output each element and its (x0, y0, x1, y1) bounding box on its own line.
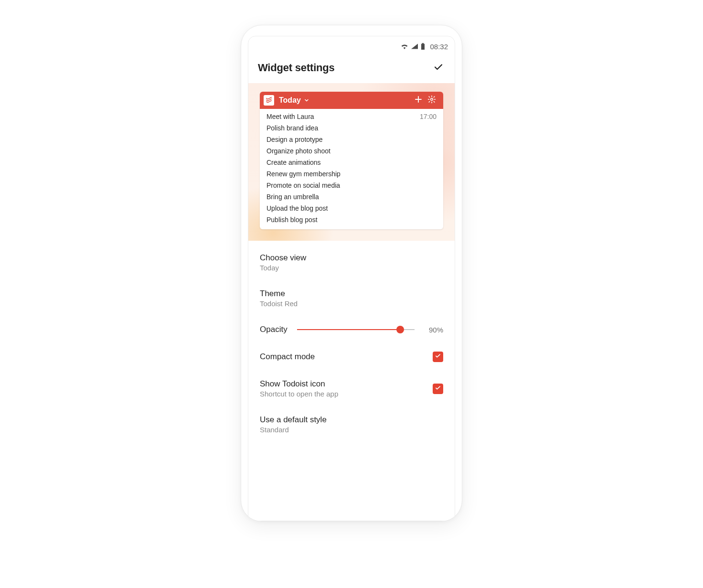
widget-view-selector[interactable]: Today (279, 96, 301, 105)
task-row[interactable]: Polish brand idea (260, 122, 443, 134)
task-title: Design a prototype (266, 136, 323, 143)
widget-preview: Today (248, 83, 455, 241)
check-icon (435, 385, 441, 393)
task-row[interactable]: Renew gym membership (260, 168, 443, 180)
svg-rect-0 (421, 44, 425, 50)
task-row[interactable]: Promote on social media (260, 180, 443, 191)
setting-value: Todoist Red (260, 299, 298, 308)
task-row[interactable]: Meet with Laura17:00 (260, 111, 443, 122)
status-bar: 08:32 (248, 40, 455, 53)
setting-label: Use a default style (260, 415, 327, 425)
svg-point-2 (431, 98, 433, 101)
task-row[interactable]: Bring an umbrella (260, 191, 443, 203)
choose-view-setting[interactable]: Choose view Today (248, 245, 455, 280)
task-title: Promote on social media (266, 182, 340, 189)
task-title: Organize photo shoot (266, 147, 330, 155)
default-style-setting[interactable]: Use a default style Standard (248, 406, 455, 442)
setting-value: Standard (260, 426, 327, 434)
add-task-button[interactable] (412, 94, 425, 107)
setting-sub: Shortcut to open the app (260, 390, 338, 398)
show-icon-checkbox[interactable] (433, 384, 443, 394)
page-title: Widget settings (258, 62, 335, 74)
todoist-widget: Today (260, 92, 443, 229)
check-icon (435, 353, 441, 361)
task-row[interactable]: Upload the blog post (260, 203, 443, 214)
widget-header: Today (260, 92, 443, 109)
phone-screen: 08:32 Widget settings Today (248, 36, 455, 521)
gear-icon (427, 95, 436, 106)
phone-frame: 08:32 Widget settings Today (241, 25, 462, 522)
setting-label: Theme (260, 289, 298, 299)
task-title: Polish brand idea (266, 124, 318, 132)
status-time: 08:32 (430, 43, 448, 51)
wifi-icon (401, 43, 408, 49)
setting-value: Today (260, 264, 306, 272)
setting-label: Opacity (260, 325, 288, 334)
settings-list: Choose view Today Theme Todoist Red Opac… (248, 241, 455, 442)
task-list: Meet with Laura17:00 Polish brand idea D… (260, 109, 443, 229)
task-row[interactable]: Publish blog post (260, 214, 443, 225)
svg-rect-1 (422, 43, 424, 44)
compact-mode-checkbox[interactable] (433, 352, 443, 362)
task-title: Create animations (266, 159, 321, 166)
todoist-logo-icon (264, 95, 274, 106)
opacity-value: 90% (424, 326, 443, 334)
task-time: 17:00 (420, 113, 437, 120)
setting-label: Show Todoist icon (260, 379, 338, 389)
setting-label: Compact mode (260, 352, 315, 362)
widget-settings-button[interactable] (425, 94, 438, 107)
opacity-slider[interactable] (297, 325, 415, 334)
task-title: Bring an umbrella (266, 193, 319, 201)
theme-setting[interactable]: Theme Todoist Red (248, 280, 455, 316)
task-title: Upload the blog post (266, 204, 328, 212)
battery-icon (421, 43, 425, 50)
task-row[interactable]: Design a prototype (260, 134, 443, 145)
task-title: Meet with Laura (266, 113, 314, 120)
confirm-button[interactable] (432, 61, 445, 75)
compact-mode-setting[interactable]: Compact mode (248, 343, 455, 371)
task-row[interactable]: Organize photo shoot (260, 145, 443, 157)
task-row[interactable]: Create animations (260, 157, 443, 168)
cellular-icon (411, 43, 418, 49)
show-icon-setting[interactable]: Show Todoist icon Shortcut to open the a… (248, 371, 455, 406)
task-title: Publish blog post (266, 216, 318, 224)
check-icon (433, 61, 444, 75)
task-title: Renew gym membership (266, 170, 341, 178)
title-bar: Widget settings (248, 53, 455, 83)
plus-icon (414, 95, 423, 106)
chevron-down-icon (304, 97, 309, 103)
opacity-setting: Opacity 90% (248, 316, 455, 343)
setting-label: Choose view (260, 253, 306, 263)
